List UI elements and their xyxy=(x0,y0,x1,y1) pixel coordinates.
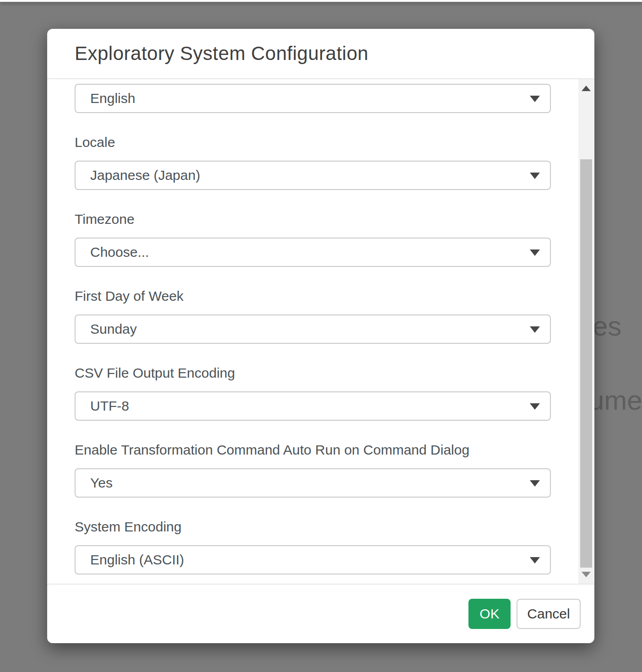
dialog-body: English Locale Japanese (Japan) Timezone… xyxy=(47,79,594,584)
csv-encoding-select[interactable]: UTF-8 xyxy=(75,391,551,421)
first-day-of-week-label: First Day of Week xyxy=(75,289,551,303)
background-text-fragment: umer xyxy=(589,385,642,416)
auto-run-select[interactable]: Yes xyxy=(75,468,551,498)
timezone-label: Timezone xyxy=(75,212,551,227)
field-csv-encoding: CSV File Output Encoding UTF-8 xyxy=(75,366,551,421)
caret-down-icon xyxy=(530,403,540,410)
field-locale: Locale Japanese (Japan) xyxy=(75,135,551,190)
system-encoding-select[interactable]: English (ASCII) xyxy=(75,545,551,574)
field-auto-run: Enable Transformation Command Auto Run o… xyxy=(75,443,551,498)
caret-down-icon xyxy=(530,557,540,564)
dialog-header: Exploratory System Configuration xyxy=(47,29,594,79)
caret-down-icon xyxy=(530,249,540,256)
triangle-up-icon xyxy=(582,86,591,91)
cancel-button[interactable]: Cancel xyxy=(517,599,581,629)
locale-label: Locale xyxy=(75,135,551,150)
triangle-down-icon xyxy=(582,572,591,577)
caret-down-icon xyxy=(530,96,540,102)
language-select-value: English xyxy=(90,91,135,106)
scrollbar-down-button[interactable] xyxy=(578,565,594,584)
system-configuration-dialog: Exploratory System Configuration English… xyxy=(47,29,594,643)
field-system-encoding: System Encoding English (ASCII) xyxy=(75,520,551,574)
field-language: English xyxy=(75,84,551,113)
locale-select-value: Japanese (Japan) xyxy=(90,168,200,183)
auto-run-label: Enable Transformation Command Auto Run o… xyxy=(75,443,551,457)
timezone-select[interactable]: Choose... xyxy=(75,238,551,267)
caret-down-icon xyxy=(530,326,540,333)
scrollbar-thumb[interactable] xyxy=(580,159,592,568)
csv-encoding-select-value: UTF-8 xyxy=(90,398,129,414)
field-timezone: Timezone Choose... xyxy=(75,212,551,267)
locale-select[interactable]: Japanese (Japan) xyxy=(75,161,551,190)
modal-scrollbar[interactable] xyxy=(578,79,594,584)
auto-run-select-value: Yes xyxy=(90,475,113,491)
scrollbar-up-button[interactable] xyxy=(578,79,594,98)
caret-down-icon xyxy=(530,480,540,487)
csv-encoding-label: CSV File Output Encoding xyxy=(75,366,551,380)
first-day-of-week-select-value: Sunday xyxy=(90,321,137,337)
dialog-footer: OK Cancel xyxy=(47,584,594,643)
system-encoding-label: System Encoding xyxy=(75,520,551,534)
language-select[interactable]: English xyxy=(75,84,551,113)
dialog-title: Exploratory System Configuration xyxy=(75,43,369,65)
background-text-fragment: es xyxy=(593,310,621,342)
caret-down-icon xyxy=(530,173,540,179)
page-top-edge xyxy=(0,0,642,2)
field-first-day-of-week: First Day of Week Sunday xyxy=(75,289,551,344)
ok-button[interactable]: OK xyxy=(468,599,511,629)
system-encoding-select-value: English (ASCII) xyxy=(90,552,184,568)
timezone-select-value: Choose... xyxy=(90,244,149,260)
first-day-of-week-select[interactable]: Sunday xyxy=(75,314,551,344)
